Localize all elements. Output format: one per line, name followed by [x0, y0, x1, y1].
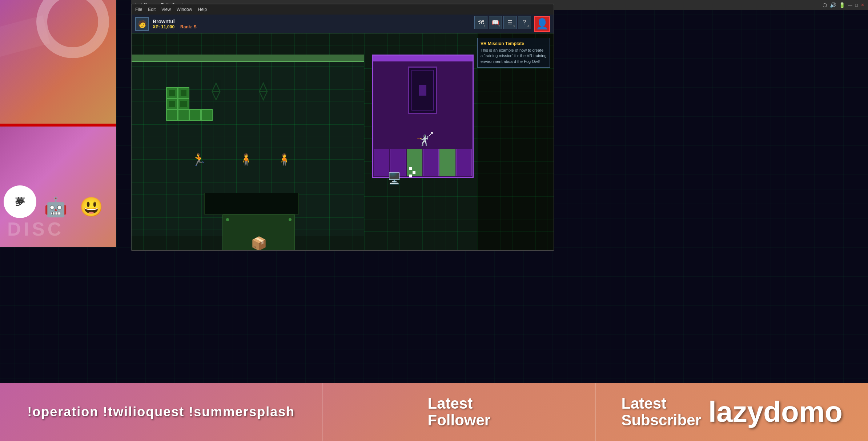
toolbar-icons: 🗺1 📖2 ☰3 ?4 👤 5	[474, 16, 550, 32]
bottom-bar: !operation !twilioquest !summersplash La…	[0, 383, 868, 441]
volume-icon: 🔊	[830, 2, 836, 8]
mission-title: VR Mission Template	[481, 41, 547, 46]
restore-icon[interactable]: □	[855, 3, 858, 8]
game-toolbar: 🧑 Browntul XP: 11,000 Rank: S 🗺1 📖2	[132, 15, 554, 33]
avatar-frog: 😃	[75, 182, 108, 218]
menu-help[interactable]: Help	[198, 7, 207, 12]
avatar-robot: 🤖	[39, 182, 72, 218]
menu-view[interactable]: View	[161, 7, 171, 12]
player-info: Browntul XP: 11,000 Rank: S	[153, 19, 197, 29]
chest-dot-1	[226, 218, 229, 221]
player-avatar: 🧑	[135, 17, 149, 31]
block-inner-4	[180, 101, 187, 107]
gate-handle	[419, 85, 426, 96]
red-chest: 📦	[251, 236, 267, 250]
toolbar-help-btn[interactable]: ?4	[518, 16, 531, 29]
geo-circle-deco	[36, 0, 109, 58]
ceiling-wall	[132, 55, 364, 62]
computer-terminal: 🖥️	[387, 172, 401, 185]
latest-subscriber-pair: Latest Subscriber	[621, 395, 701, 429]
robot-emoji: 🤖	[44, 196, 68, 218]
block-5	[166, 109, 178, 121]
mission-info-box: VR Mission Template This is an example o…	[477, 38, 550, 68]
geo-rect-deco	[0, 15, 50, 57]
latest-subscriber-label1: Latest	[621, 395, 666, 412]
toolbar-book-btn[interactable]: 📖2	[489, 16, 502, 29]
block-grid-mid	[166, 98, 213, 110]
chest-area: 📦	[222, 215, 295, 250]
purple-room-top	[373, 56, 473, 61]
left-panel: 夢 🤖 😃 DISC	[0, 0, 116, 247]
player-name: Browntul	[153, 19, 197, 24]
character-1: 🏃	[192, 153, 206, 167]
latest-subscriber-row: Latest Subscriber lazydomo	[621, 395, 842, 429]
map-square-2	[413, 171, 415, 174]
latest-subscriber-label2: Subscriber	[621, 412, 701, 429]
dark-pit	[204, 193, 299, 215]
circuit-deco-1: ⟠	[212, 80, 221, 101]
character-2: 🧍	[239, 153, 253, 167]
panel-divider	[0, 124, 116, 127]
mission-description: This is an example of how to create a 't…	[481, 48, 547, 64]
left-top-panel	[0, 0, 116, 124]
block-stack	[166, 87, 213, 121]
block-1	[166, 87, 178, 99]
block-8	[201, 109, 213, 121]
menu-window[interactable]: Window	[177, 7, 192, 12]
toolbar-special-btn[interactable]: 👤 5	[534, 16, 550, 32]
block-3	[166, 98, 178, 110]
latest-follower-section: Latest Follower	[323, 383, 596, 441]
player-xp: XP: 11,000	[153, 24, 174, 29]
system-tray: ⬡ 🔊 🔋 — □ ✕	[823, 2, 864, 8]
block-inner-2	[180, 90, 187, 96]
latest-follower-label1: Latest	[428, 395, 473, 412]
network-icon: ⬡	[823, 2, 827, 8]
commands-section: !operation !twilioquest !summersplash	[0, 383, 323, 441]
icon-num-4: 4	[527, 24, 529, 28]
map-square-3	[409, 175, 412, 177]
block-4	[178, 98, 189, 110]
frog-emoji: 😃	[80, 196, 103, 218]
commands-text: !operation !twilioquest !summersplash	[27, 404, 295, 420]
circuit-deco-2: ⟠	[259, 80, 268, 101]
latest-follower-label2: Follower	[428, 412, 491, 429]
icon-num-3: 3	[513, 24, 515, 28]
player-rank: Rank: S	[180, 24, 197, 29]
block-2	[178, 87, 189, 99]
gate	[408, 67, 437, 114]
icon-num-1: 1	[484, 24, 486, 28]
left-bottom-panel: 夢 🤖 😃 DISC	[0, 127, 116, 247]
menu-file[interactable]: File	[135, 7, 142, 12]
latest-subscriber-value: lazydomo	[708, 395, 843, 429]
xp-value: 11,000	[161, 24, 174, 29]
game-window: File Edit View Window Help 🧑 Browntul XP…	[131, 4, 554, 251]
ptile-1	[374, 149, 389, 176]
block-inner	[169, 90, 175, 96]
avatars-row: 夢 🤖 😃	[4, 182, 108, 218]
purple-room: 🤺	[372, 55, 474, 178]
minimize-icon[interactable]: —	[848, 3, 852, 8]
toolbar-map-btn[interactable]: 🗺1	[474, 16, 487, 29]
menu-edit[interactable]: Edit	[148, 7, 156, 12]
room-floor: ⟠ ⟠ 🏃 🧍 🧍 📦	[132, 55, 364, 236]
avatar-circle: 夢	[4, 185, 36, 218]
character-3: 🧍	[277, 153, 292, 167]
toolbar-menu-btn[interactable]: ☰3	[503, 16, 517, 29]
special-icon: 👤	[536, 18, 548, 30]
mouse-cursor: ↗	[428, 130, 434, 138]
close-icon[interactable]: ✕	[861, 3, 864, 8]
latest-subscriber-section: Latest Subscriber lazydomo	[596, 383, 868, 441]
block-grid-top	[166, 87, 213, 99]
latest-follower-pair: Latest Follower	[428, 395, 491, 429]
purple-room-char: 🤺	[417, 134, 429, 146]
map-square-1	[409, 167, 412, 170]
block-inner-3	[169, 101, 175, 107]
ptile-4	[423, 149, 439, 176]
menu-bar: File Edit View Window Help	[132, 4, 554, 15]
block-grid-bot	[166, 109, 213, 121]
chest-dot-2	[289, 218, 292, 221]
disco-text: DISC	[7, 218, 64, 240]
block-6	[178, 109, 189, 121]
rank-value: S	[194, 24, 197, 29]
avatar-kanji: 夢	[15, 196, 25, 208]
